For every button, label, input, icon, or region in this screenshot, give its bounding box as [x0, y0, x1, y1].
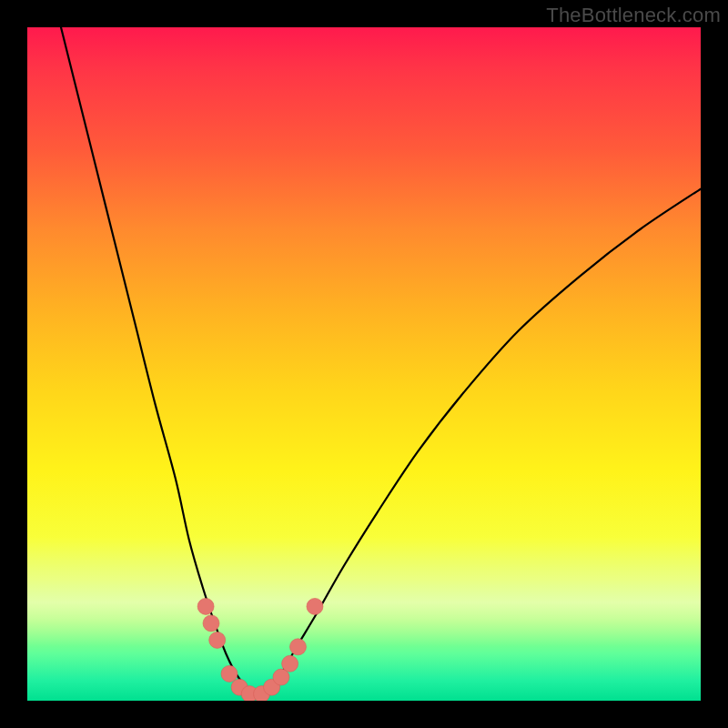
- data-marker: [221, 665, 238, 682]
- data-marker: [209, 632, 226, 648]
- data-marker: [307, 598, 323, 614]
- curve-layer: [27, 27, 701, 701]
- plot-area: [27, 27, 701, 701]
- data-marker: [273, 669, 289, 685]
- marker-group: [197, 598, 323, 701]
- data-marker: [197, 598, 214, 614]
- data-marker: [241, 686, 258, 701]
- data-marker: [231, 679, 248, 695]
- data-marker: [254, 686, 270, 701]
- data-marker: [282, 655, 298, 672]
- data-marker: [289, 639, 306, 655]
- watermark-text: TheBottleneck.com: [546, 4, 721, 27]
- curve-right-branch: [257, 189, 701, 698]
- data-marker: [203, 615, 219, 632]
- haze-band: [27, 537, 701, 646]
- data-marker: [264, 679, 280, 695]
- curve-left-branch: [61, 27, 257, 697]
